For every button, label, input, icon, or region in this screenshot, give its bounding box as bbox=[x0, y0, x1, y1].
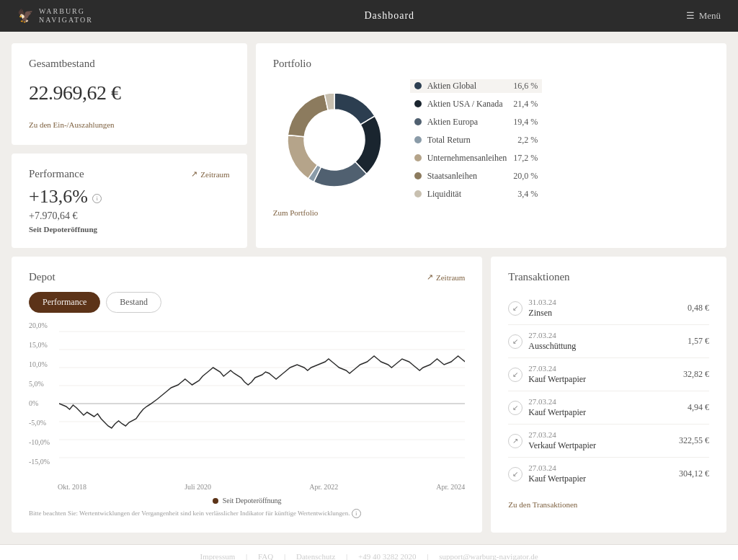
footer-faq[interactable]: FAQ bbox=[258, 552, 273, 560]
performance-info-icon[interactable]: i bbox=[92, 194, 102, 203]
transaction-row: ↙ 31.03.24 Zinsen bbox=[508, 298, 688, 319]
footer-datenschutz[interactable]: Datenschutz bbox=[296, 552, 335, 560]
legend-value: 16,6 % bbox=[512, 81, 538, 92]
tab-bestand[interactable]: Bestand bbox=[106, 292, 161, 313]
zeitraum-label: Zeitraum bbox=[200, 170, 229, 179]
transaction-item: ↙ 27.03.24 Kauf Wertpapier 32,82 € bbox=[508, 358, 709, 391]
logo-text-line1: WARBURG bbox=[39, 7, 93, 16]
gesamtbestand-title: Gesamtbestand bbox=[29, 58, 230, 70]
transaction-details: 27.03.24 Kauf Wertpapier bbox=[528, 463, 586, 484]
performance-label: Seit Depoteröffnung bbox=[29, 225, 230, 234]
zum-transaktionen-link[interactable]: Zu den Transaktionen bbox=[508, 500, 577, 509]
transaction-item: ↙ 31.03.24 Zinsen 0,48 € bbox=[508, 292, 709, 325]
transaction-details: 27.03.24 Kauf Wertpapier bbox=[528, 397, 586, 418]
transaction-item: ↙ 27.03.24 Kauf Wertpapier 4,94 € bbox=[508, 391, 709, 425]
transaction-row: ↙ 27.03.24 Kauf Wertpapier bbox=[508, 364, 683, 385]
transaction-details: 27.03.24 Ausschüttung bbox=[528, 331, 576, 352]
main-content: Gesamtbestand 22.969,62 € Zu den Ein-/Au… bbox=[0, 32, 738, 544]
transaktionen-list: ↙ 31.03.24 Zinsen 0,48 € ↙ 27.03.24 Auss… bbox=[508, 292, 709, 490]
transaction-date: 31.03.24 bbox=[528, 298, 556, 306]
portfolio-legend: Aktien Global 16,6 % Aktien USA / Kanada… bbox=[410, 79, 543, 201]
logo-bird-icon: 🦅 bbox=[17, 8, 33, 24]
footer-email[interactable]: support@warburg-navigator.de bbox=[439, 552, 538, 560]
tab-performance[interactable]: Performance bbox=[29, 292, 100, 313]
transaction-row: ↗ 27.03.24 Verkauf Wertpapier bbox=[508, 430, 679, 451]
performance-card: Performance ↗ Zeitraum +13,6% i +7.970,6… bbox=[12, 154, 247, 248]
hamburger-icon: ☰ bbox=[686, 10, 695, 22]
performance-zeitraum-link[interactable]: ↗ Zeitraum bbox=[191, 169, 229, 179]
legend-label: Aktien Global bbox=[427, 81, 507, 92]
transaction-amount: 0,48 € bbox=[688, 303, 709, 314]
transaction-name: Kauf Wertpapier bbox=[528, 474, 586, 484]
footer-impressum[interactable]: Impressum bbox=[200, 552, 235, 560]
chart-x-labels: Okt. 2018 Juli 2020 Apr. 2022 Apr. 2024 bbox=[29, 480, 465, 491]
performance-main-value: +13,6% i bbox=[29, 186, 230, 208]
logo: 🦅 WARBURG NAVIGATOR bbox=[17, 7, 93, 25]
transaction-amount: 1,57 € bbox=[688, 336, 709, 347]
chart-legend: Seit Depoteröffnung bbox=[29, 497, 465, 505]
legend-dot bbox=[414, 172, 422, 179]
footer: Impressum | FAQ | Datenschutz | +49 40 3… bbox=[0, 544, 738, 560]
legend-label: Unternehmensanleihen bbox=[427, 153, 507, 164]
legend-label: Total Return bbox=[427, 135, 507, 146]
footer-separator4: | bbox=[427, 552, 428, 560]
depot-card: Depot ↗ Zeitraum Performance Bestand 20,… bbox=[12, 257, 482, 533]
legend-value: 19,4 % bbox=[512, 117, 538, 128]
disclaimer-info-icon[interactable]: i bbox=[352, 509, 361, 518]
chart-y-labels: 20,0% 15,0% 10,0% 5,0% 0% -5,0% -10,0% -… bbox=[29, 321, 58, 466]
legend-value: 21,4 % bbox=[512, 99, 538, 110]
transaction-item: ↙ 27.03.24 Kauf Wertpapier 304,12 € bbox=[508, 458, 709, 490]
transaction-item: ↙ 27.03.24 Ausschüttung 1,57 € bbox=[508, 325, 709, 358]
legend-dot bbox=[414, 118, 422, 125]
legend-value: 2,2 % bbox=[512, 135, 538, 146]
legend-item: Liquidität 3,4 % bbox=[410, 187, 543, 201]
performance-sub-value: +7.970,64 € bbox=[29, 210, 230, 222]
legend-value: 17,2 % bbox=[512, 153, 538, 164]
menu-button[interactable]: ☰ Menü bbox=[686, 10, 721, 22]
legend-value: 20,0 % bbox=[512, 171, 538, 182]
footer-separator3: | bbox=[346, 552, 347, 560]
transaction-name: Kauf Wertpapier bbox=[528, 374, 586, 385]
transaction-item: ↗ 27.03.24 Verkauf Wertpapier 322,55 € bbox=[508, 425, 709, 458]
gesamtbestand-amount: 22.969,62 € bbox=[29, 81, 230, 105]
depot-header: Depot ↗ Zeitraum bbox=[29, 271, 465, 283]
depot-zeitraum-link[interactable]: ↗ Zeitraum bbox=[427, 272, 465, 282]
performance-header: Performance ↗ Zeitraum bbox=[29, 168, 230, 180]
transaction-name: Zinsen bbox=[528, 308, 556, 319]
legend-item: Total Return 2,2 % bbox=[410, 133, 543, 147]
transaction-details: 27.03.24 Kauf Wertpapier bbox=[528, 364, 586, 385]
chart-svg bbox=[59, 321, 465, 466]
transaction-details: 27.03.24 Verkauf Wertpapier bbox=[528, 430, 596, 451]
transaction-icon: ↙ bbox=[508, 334, 523, 349]
performance-title: Performance bbox=[29, 168, 84, 180]
legend-item: Aktien Global 16,6 % bbox=[410, 79, 543, 93]
transaction-date: 27.03.24 bbox=[528, 331, 576, 339]
einauszahlungen-link[interactable]: Zu den Ein-/Auszahlungen bbox=[29, 120, 115, 129]
transaction-row: ↙ 27.03.24 Ausschüttung bbox=[508, 331, 688, 352]
depot-zeitraum-label: Zeitraum bbox=[436, 273, 465, 282]
legend-dot bbox=[414, 100, 422, 107]
legend-label: Staatsanleihen bbox=[427, 171, 507, 182]
transaction-date: 27.03.24 bbox=[528, 430, 596, 439]
legend-dot bbox=[414, 136, 422, 143]
bottom-row: Depot ↗ Zeitraum Performance Bestand 20,… bbox=[12, 257, 726, 533]
transaction-name: Kauf Wertpapier bbox=[528, 407, 586, 418]
chart-area: 20,0% 15,0% 10,0% 5,0% 0% -5,0% -10,0% -… bbox=[29, 321, 465, 480]
donut-chart bbox=[273, 79, 396, 201]
zum-portfolio-link[interactable]: Zum Portfolio bbox=[273, 208, 319, 217]
transaction-row: ↙ 27.03.24 Kauf Wertpapier bbox=[508, 463, 679, 484]
transaction-icon: ↙ bbox=[508, 401, 523, 415]
footer-separator2: | bbox=[284, 552, 285, 560]
transaction-icon: ↙ bbox=[508, 368, 523, 382]
gesamtbestand-card: Gesamtbestand 22.969,62 € Zu den Ein-/Au… bbox=[12, 43, 247, 145]
transaction-row: ↙ 27.03.24 Kauf Wertpapier bbox=[508, 397, 688, 418]
footer-phone: +49 40 3282 2020 bbox=[358, 552, 416, 560]
transaction-icon: ↙ bbox=[508, 301, 523, 316]
transaction-amount: 322,55 € bbox=[679, 435, 709, 446]
legend-value: 3,4 % bbox=[512, 189, 538, 200]
left-column: Gesamtbestand 22.969,62 € Zu den Ein-/Au… bbox=[12, 43, 247, 248]
transaction-details: 31.03.24 Zinsen bbox=[528, 298, 556, 319]
legend-dot bbox=[414, 82, 422, 89]
menu-label: Menü bbox=[699, 10, 721, 22]
transaction-icon: ↙ bbox=[508, 467, 523, 481]
